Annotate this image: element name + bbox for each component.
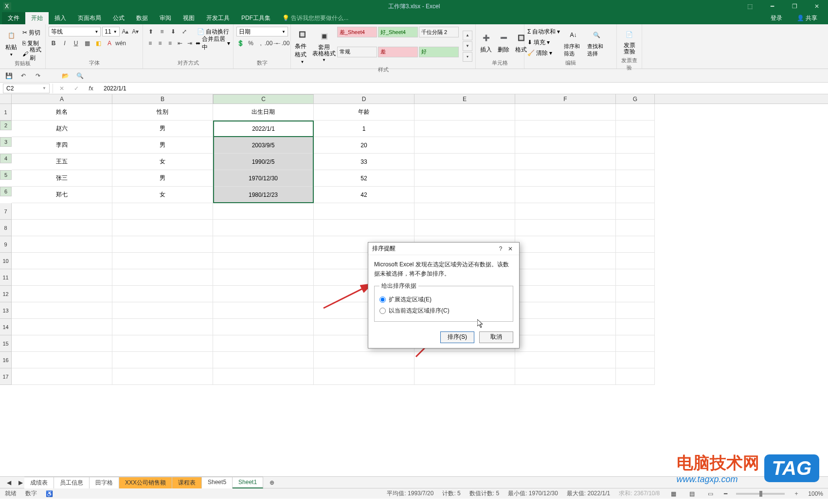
radio-expand-input[interactable] bbox=[379, 296, 386, 303]
cell[interactable] bbox=[414, 121, 515, 137]
redo-icon[interactable]: ↷ bbox=[33, 71, 43, 81]
cell[interactable] bbox=[112, 352, 213, 368]
row-header[interactable]: 4 bbox=[0, 154, 12, 163]
phonetic-button[interactable]: wén bbox=[116, 38, 126, 48]
row-header[interactable]: 5 bbox=[0, 170, 12, 180]
col-header-D[interactable]: D bbox=[314, 94, 414, 104]
cell[interactable] bbox=[616, 137, 655, 154]
font-name-select[interactable]: 等线▼ bbox=[49, 27, 101, 36]
cell[interactable] bbox=[515, 121, 616, 137]
merge-center-button[interactable]: ⬌ 合并后居中 ▾ bbox=[196, 38, 230, 48]
cell[interactable]: 42 bbox=[314, 187, 414, 203]
radio-current-selection[interactable]: 以当前选定区域排序(C) bbox=[379, 305, 508, 316]
cell[interactable] bbox=[515, 154, 616, 170]
table-format-button[interactable]: 🔳套用 表格格式▼ bbox=[314, 27, 334, 65]
cell[interactable] bbox=[414, 352, 515, 368]
cell[interactable] bbox=[112, 269, 213, 286]
cell[interactable] bbox=[616, 104, 655, 121]
cell[interactable]: 2022/1/1 bbox=[213, 121, 314, 137]
row-header[interactable]: 8 bbox=[0, 220, 12, 236]
row-header[interactable]: 10 bbox=[0, 253, 12, 269]
cell[interactable] bbox=[515, 253, 616, 269]
cell[interactable]: 王五 bbox=[12, 154, 112, 170]
currency-icon[interactable]: 💲 bbox=[236, 38, 245, 48]
style-good[interactable]: 好 bbox=[419, 47, 459, 57]
cell[interactable] bbox=[414, 170, 515, 187]
format-painter-button[interactable]: 🖌 格式刷 bbox=[22, 49, 42, 59]
tab-insert[interactable]: 插入 bbox=[49, 12, 72, 24]
cell[interactable] bbox=[414, 187, 515, 203]
cell[interactable] bbox=[515, 286, 616, 302]
cell[interactable]: 年龄 bbox=[314, 104, 414, 121]
cell[interactable] bbox=[12, 302, 112, 319]
cell[interactable] bbox=[213, 269, 314, 286]
align-bottom-icon[interactable]: ⬇ bbox=[168, 27, 178, 36]
cell[interactable] bbox=[314, 203, 414, 220]
cell[interactable] bbox=[515, 302, 616, 319]
cell[interactable] bbox=[213, 220, 314, 236]
row-header[interactable]: 13 bbox=[0, 302, 12, 319]
cell[interactable] bbox=[616, 170, 655, 187]
cell[interactable] bbox=[414, 104, 515, 121]
row-header[interactable]: 17 bbox=[0, 368, 12, 385]
cell[interactable] bbox=[213, 319, 314, 335]
cell[interactable] bbox=[213, 335, 314, 352]
sheet-tab[interactable]: XXX公司销售额 bbox=[119, 477, 172, 488]
clear-button[interactable]: 🧹 清除 ▾ bbox=[527, 48, 560, 58]
col-header-E[interactable]: E bbox=[414, 94, 515, 104]
cell[interactable] bbox=[12, 335, 112, 352]
cell[interactable]: 性别 bbox=[112, 104, 213, 121]
dialog-help-icon[interactable]: ? bbox=[496, 244, 505, 254]
cell-styles-gallery[interactable]: 差_Sheet4 好_Sheet4 千位分隔 2 常规 差 好 bbox=[337, 27, 459, 65]
row-header[interactable]: 3 bbox=[0, 137, 12, 147]
close-button[interactable]: ✕ bbox=[806, 0, 828, 13]
cell[interactable]: 20 bbox=[314, 137, 414, 154]
cell[interactable] bbox=[515, 220, 616, 236]
undo-icon[interactable]: ↶ bbox=[18, 71, 28, 81]
tab-view[interactable]: 视图 bbox=[177, 12, 200, 24]
cell[interactable] bbox=[515, 236, 616, 253]
cell[interactable]: 1 bbox=[314, 121, 414, 137]
style-bad-sheet4[interactable]: 差_Sheet4 bbox=[337, 27, 377, 37]
align-center-icon[interactable]: ≡ bbox=[156, 38, 164, 48]
sort-ok-button[interactable]: 排序(S) bbox=[440, 331, 474, 343]
cell[interactable] bbox=[213, 302, 314, 319]
zoom-out-icon[interactable]: ━ bbox=[724, 490, 727, 497]
cell[interactable] bbox=[12, 220, 112, 236]
cell[interactable] bbox=[213, 203, 314, 220]
row-header[interactable]: 11 bbox=[0, 269, 12, 286]
row-header[interactable]: 1 bbox=[0, 104, 12, 121]
orientation-icon[interactable]: ⤢ bbox=[180, 27, 189, 36]
sheet-nav-prev-icon[interactable]: ◀ bbox=[4, 478, 14, 487]
cell[interactable] bbox=[616, 368, 655, 385]
cell[interactable]: 张三 bbox=[12, 170, 112, 187]
fill-color-button[interactable]: ◧ bbox=[93, 38, 103, 48]
cell[interactable] bbox=[12, 352, 112, 368]
tab-data[interactable]: 数据 bbox=[130, 12, 154, 24]
underline-button[interactable]: U bbox=[71, 38, 81, 48]
cell[interactable]: 2003/9/5 bbox=[213, 137, 314, 154]
cell[interactable] bbox=[515, 269, 616, 286]
cell[interactable] bbox=[515, 137, 616, 154]
zoom-slider[interactable] bbox=[736, 493, 785, 495]
share-button[interactable]: 👤 共享 bbox=[791, 12, 823, 24]
select-all-corner[interactable] bbox=[0, 94, 12, 104]
cell[interactable]: 女 bbox=[112, 154, 213, 170]
cell[interactable] bbox=[12, 368, 112, 385]
cell[interactable] bbox=[515, 104, 616, 121]
cell[interactable] bbox=[12, 286, 112, 302]
new-sheet-button[interactable]: ⊕ bbox=[267, 478, 277, 487]
cell[interactable] bbox=[616, 236, 655, 253]
cell[interactable] bbox=[12, 269, 112, 286]
zoom-value[interactable]: 100% bbox=[808, 490, 823, 497]
cell[interactable] bbox=[414, 137, 515, 154]
cell[interactable] bbox=[213, 368, 314, 385]
restore-button[interactable]: ❐ bbox=[783, 0, 806, 13]
cell[interactable] bbox=[515, 170, 616, 187]
style-scroll-down-icon[interactable]: ▼ bbox=[463, 41, 472, 51]
cell[interactable] bbox=[112, 236, 213, 253]
radio-expand-selection[interactable]: 扩展选定区域(E) bbox=[379, 294, 508, 305]
sort-cancel-button[interactable]: 取消 bbox=[479, 331, 513, 343]
sort-filter-button[interactable]: A↓排序和筛选 bbox=[563, 27, 583, 58]
sheet-tab[interactable]: 课程表 bbox=[172, 477, 202, 488]
